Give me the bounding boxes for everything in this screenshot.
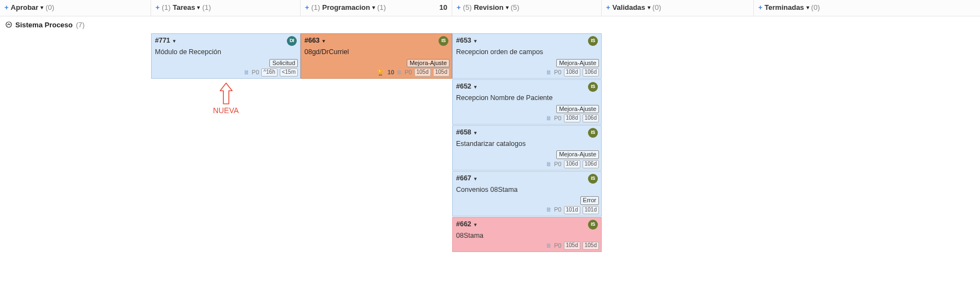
card-id[interactable]: #662 ▾ [456, 220, 477, 229]
card-age-1: 101d [564, 206, 580, 214]
card-priority: P0 [252, 69, 259, 77]
card-title: Estandarizar catalogos [453, 138, 601, 150]
card-663[interactable]: #663 ▾ IS 08gd/DrCurriel Mejora-Ajuste 🏆… [301, 33, 452, 79]
caret-down-icon[interactable]: ▾ [41, 4, 43, 10]
columns-body: #771 ▾ DI Módulo de Recepción Solicitud … [0, 33, 980, 253]
assignee-avatar[interactable]: IS [588, 220, 598, 230]
card-title: 08gd/DrCurriel [301, 46, 452, 58]
col-title: Validadas [613, 3, 645, 11]
add-icon[interactable]: + [758, 3, 763, 11]
col-body-programacion: #663 ▾ IS 08gd/DrCurriel Mejora-Ajuste 🏆… [301, 33, 452, 253]
svg-point-0 [6, 22, 11, 27]
col-header-programacion[interactable]: + (1) Programacion ▾ (1) 10 [301, 0, 452, 16]
card-age-1: 105d [414, 68, 431, 77]
caret-down-icon[interactable]: ▾ [648, 4, 650, 10]
col-left-count: (5) [463, 3, 472, 11]
card-priority: P0 [554, 161, 561, 168]
col-header-validadas[interactable]: + Validadas ▾ (0) [602, 0, 754, 16]
card-priority: P0 [554, 242, 561, 250]
add-icon[interactable]: + [457, 3, 461, 11]
col-count: (1) [377, 3, 386, 11]
col-header-revision[interactable]: + (5) Revision ▾ (5) [452, 0, 602, 16]
card-age-2: 105d [583, 242, 599, 250]
assignee-avatar[interactable]: IS [588, 128, 598, 138]
card-age-1: 108d [564, 68, 580, 77]
add-icon[interactable]: + [606, 3, 610, 11]
card-662[interactable]: #662 ▾ IS 08Stama 🗎 P0 105d 105d [452, 217, 602, 252]
assignee-avatar[interactable]: IS [588, 82, 598, 92]
collapse-icon[interactable] [5, 21, 12, 29]
card-id[interactable]: #652 ▾ [456, 83, 477, 91]
doc-icon: 🗎 [546, 69, 552, 77]
card-footer: 🏆 10 🗎 P0 105d 105d [301, 68, 452, 78]
caret-down-icon[interactable]: ▾ [806, 4, 809, 10]
annotation-nueva: NUEVA [151, 82, 301, 115]
card-658[interactable]: #658 ▾ IS Estandarizar catalogos Mejora-… [452, 125, 602, 171]
caret-down-icon[interactable]: ▾ [474, 222, 477, 227]
card-age-2: 101d [583, 206, 599, 214]
col-count: (0) [653, 3, 661, 11]
card-tag[interactable]: Mejora-Ajuste [407, 59, 449, 68]
card-tag[interactable]: Mejora-Ajuste [556, 105, 599, 114]
card-footer: 🗎 P0 101d 101d [453, 206, 601, 216]
card-id[interactable]: #658 ▾ [456, 128, 477, 137]
add-icon[interactable]: + [4, 3, 9, 11]
col-header-aprobar[interactable]: + Aprobar ▾ (0) [0, 0, 151, 16]
card-id[interactable]: #663 ▾ [304, 37, 325, 45]
card-id[interactable]: #667 ▾ [456, 174, 477, 183]
card-id[interactable]: #653 ▾ [456, 37, 477, 45]
card-653[interactable]: #653 ▾ IS Recepcion orden de campos Mejo… [452, 33, 602, 79]
caret-down-icon[interactable]: ▾ [474, 176, 477, 181]
card-age-2: 106d [583, 160, 599, 168]
col-count: (0) [811, 3, 820, 11]
assignee-avatar[interactable]: IS [588, 174, 598, 184]
arrow-up-icon [218, 82, 234, 105]
caret-down-icon[interactable]: ▾ [474, 84, 477, 90]
col-title: Revision [474, 3, 503, 11]
card-tag[interactable]: Error [580, 196, 599, 205]
assignee-avatar[interactable]: IS [439, 36, 448, 46]
caret-down-icon[interactable]: ▾ [474, 38, 477, 44]
caret-down-icon[interactable]: ▾ [474, 130, 477, 136]
caret-down-icon[interactable]: ▾ [173, 38, 176, 44]
col-count: (1) [202, 3, 211, 11]
card-id[interactable]: #771 ▾ [155, 37, 176, 45]
card-priority: P0 [554, 69, 561, 77]
caret-down-icon[interactable]: ▾ [506, 4, 509, 10]
card-tag[interactable]: Solicitud [269, 59, 298, 68]
card-title: Convenios 08Stama [453, 184, 601, 196]
caret-down-icon[interactable]: ▾ [372, 4, 375, 10]
doc-icon: 🗎 [396, 69, 402, 77]
swimlane-header[interactable]: Sistema Proceso (7) [0, 16, 980, 33]
card-652[interactable]: #652 ▾ IS Recepcion Nombre de Paciente M… [452, 79, 602, 125]
annotation-label: NUEVA [151, 106, 301, 115]
card-667[interactable]: #667 ▾ IS Convenios 08Stama Error 🗎 P0 1… [452, 171, 602, 216]
card-priority: P0 [554, 115, 561, 122]
card-771[interactable]: #771 ▾ DI Módulo de Recepción Solicitud … [151, 33, 301, 79]
swimlane-count: (7) [76, 21, 85, 29]
doc-icon: 🗎 [244, 69, 250, 77]
col-header-tareas[interactable]: + (1) Tareas ▾ (1) [151, 0, 301, 16]
card-priority: P0 [405, 69, 412, 77]
assignee-avatar[interactable]: DI [287, 36, 297, 46]
doc-icon: 🗎 [546, 242, 552, 250]
add-icon[interactable]: + [155, 3, 160, 11]
swimlane-name: Sistema Proceso [15, 21, 73, 29]
col-body-revision: #653 ▾ IS Recepcion orden de campos Mejo… [452, 33, 602, 253]
kanban-board: + Aprobar ▾ (0) + (1) Tareas ▾ (1) + (1)… [0, 0, 980, 253]
caret-down-icon[interactable]: ▾ [322, 38, 325, 44]
card-age-2: <15m [280, 68, 298, 77]
card-tag[interactable]: Mejora-Ajuste [556, 150, 599, 159]
card-title: Recepcion Nombre de Paciente [453, 92, 601, 104]
card-score: 10 [388, 69, 394, 77]
doc-icon: 🗎 [546, 161, 552, 168]
add-icon[interactable]: + [305, 3, 309, 11]
card-footer: 🗎 P0 105d 105d [453, 241, 601, 251]
col-header-terminadas[interactable]: + Terminadas ▾ (0) [754, 0, 980, 16]
card-tag[interactable]: Mejora-Ajuste [556, 59, 599, 68]
card-footer: 🗎 P0 106d 106d [453, 160, 601, 170]
col-count: (0) [45, 3, 54, 11]
caret-down-icon[interactable]: ▾ [197, 4, 200, 10]
card-footer: 🗎 P0 ^16h <15m [152, 68, 300, 78]
assignee-avatar[interactable]: IS [588, 36, 598, 46]
